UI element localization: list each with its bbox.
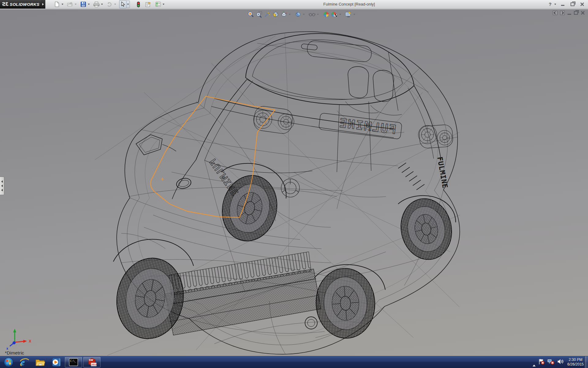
- zoom-to-fit-button[interactable]: [247, 10, 254, 18]
- taskbar-solidworks-button[interactable]: SW 2015: [83, 357, 100, 367]
- new-dropdown[interactable]: [61, 1, 64, 8]
- splitter-arrow-icon: [1, 185, 3, 187]
- display-style-dropdown[interactable]: [302, 14, 305, 15]
- previous-view-icon: [264, 11, 271, 18]
- select-button[interactable]: [119, 0, 126, 8]
- help-dropdown[interactable]: [553, 1, 557, 8]
- select-dropdown[interactable]: [126, 1, 130, 8]
- options-checklist-icon: [155, 1, 161, 7]
- graphics-viewport[interactable]: FULMINE FULMINE FULMINE: [0, 9, 588, 357]
- folder-icon: [35, 358, 46, 367]
- view-orientation-button[interactable]: [280, 10, 288, 18]
- wireframe-car-model[interactable]: FULMINE FULMINE FULMINE: [0, 0, 588, 357]
- volume-button[interactable]: [557, 358, 564, 366]
- view-settings-button[interactable]: [345, 10, 352, 18]
- previous-view-button[interactable]: [263, 10, 271, 18]
- sw-letters: SW: [89, 358, 93, 362]
- rebuild-button[interactable]: [135, 0, 142, 8]
- show-hidden-icons-button[interactable]: [533, 359, 536, 365]
- start-button[interactable]: [1, 356, 17, 368]
- restore-button[interactable]: [568, 2, 576, 7]
- doc-close-button[interactable]: [581, 11, 585, 15]
- view-settings-icon: [345, 11, 352, 18]
- document-window-controls: [553, 11, 585, 15]
- up-arrow-icon: [533, 359, 536, 366]
- print-button[interactable]: [93, 0, 100, 8]
- doc-close-icon: [581, 11, 585, 15]
- doc-minimize-button[interactable]: [567, 11, 571, 15]
- taskbar-cmd-button[interactable]: C:\_: [65, 357, 82, 367]
- taskbar-ie-button[interactable]: e: [17, 356, 32, 368]
- apply-scene-button[interactable]: [330, 10, 338, 18]
- pillar-badge-text: FULMINE: [207, 157, 241, 198]
- open-button[interactable]: [66, 0, 74, 8]
- command-prompt-icon: C:\_: [69, 358, 78, 366]
- triad-x-label: X: [29, 339, 31, 343]
- taskbar-explorer-button[interactable]: [32, 356, 48, 368]
- new-button[interactable]: [53, 0, 61, 8]
- feature-panel-splitter-tab[interactable]: [0, 177, 4, 195]
- standard-toolbar: [53, 0, 165, 8]
- network-status-button[interactable]: [547, 358, 555, 366]
- display-style-button[interactable]: [294, 10, 302, 18]
- chassis-mesh: [165, 252, 321, 335]
- minimize-button[interactable]: [559, 2, 567, 7]
- view-orientation-label: *Dimetric: [5, 350, 24, 355]
- save-button[interactable]: [80, 0, 87, 8]
- title-bar: 3S SOLIDWORKS: [0, 0, 588, 9]
- taskbar-wmp-button[interactable]: [48, 356, 64, 368]
- show-desktop-button[interactable]: [584, 356, 588, 368]
- view-orientation-dropdown[interactable]: [288, 14, 291, 15]
- eyeglasses-icon: [308, 11, 316, 18]
- display-style-icon: [295, 11, 301, 18]
- section-view-button[interactable]: [272, 10, 279, 18]
- reference-triad: X: [4, 328, 32, 352]
- minimize-icon: [561, 5, 564, 6]
- options-button[interactable]: [154, 0, 162, 8]
- menu-flyout-button[interactable]: [41, 0, 45, 9]
- doc-restore-button[interactable]: [574, 11, 578, 15]
- zoom-to-area-button[interactable]: [255, 10, 263, 18]
- close-icon: [580, 2, 584, 6]
- options-dropdown[interactable]: [162, 1, 165, 8]
- open-folder-icon: [67, 1, 73, 7]
- internet-explorer-icon: e: [20, 357, 29, 367]
- window-controls: ?: [549, 0, 586, 8]
- save-dropdown[interactable]: [87, 1, 90, 8]
- restore-icon: [571, 2, 575, 6]
- undo-dropdown[interactable]: [113, 1, 117, 8]
- selection-marker: [161, 178, 164, 181]
- undo-button[interactable]: [106, 0, 113, 8]
- print-dropdown[interactable]: [100, 1, 104, 8]
- view-settings-dropdown[interactable]: [353, 14, 356, 15]
- open-dropdown[interactable]: [74, 1, 77, 8]
- doc-minimize-icon: [567, 14, 571, 15]
- taskbar: e C:\_: [0, 356, 588, 368]
- doc-restore-icon: [574, 11, 578, 15]
- help-button[interactable]: ?: [549, 2, 552, 7]
- sw-year: 2015: [91, 363, 97, 366]
- action-center-button[interactable]: [538, 358, 545, 366]
- headsup-view-toolbar: [247, 10, 356, 18]
- taskbar-clock[interactable]: 2:30 PM 6/26/2015: [567, 358, 584, 367]
- zoom-to-fit-icon: [247, 11, 254, 18]
- apply-scene-dropdown[interactable]: [339, 14, 341, 15]
- clock-date: 6/26/2015: [567, 362, 584, 367]
- window-title: Fulmine Concept [Read-only]: [288, 0, 410, 8]
- display-pane-toggle-button[interactable]: [560, 11, 565, 15]
- file-properties-button[interactable]: [145, 0, 152, 8]
- feature-pane-toggle-button[interactable]: [553, 11, 557, 15]
- hide-show-items-button[interactable]: [308, 10, 316, 18]
- close-button[interactable]: [578, 2, 586, 7]
- edit-appearance-button[interactable]: [322, 10, 330, 18]
- solidworks-logo[interactable]: 3S SOLIDWORKS: [0, 0, 41, 9]
- print-icon: [93, 1, 100, 7]
- cmd-prompt-text: C:\_: [70, 360, 76, 362]
- appearance-ball-icon: [323, 11, 330, 18]
- wheel-rear-right[interactable]: [314, 266, 377, 340]
- hide-show-dropdown[interactable]: [316, 14, 319, 15]
- network-disconnected-icon: [547, 358, 555, 365]
- view-orientation-icon: [281, 11, 287, 18]
- pane-left-arrow-icon: [553, 11, 557, 15]
- pane-right-arrow-icon: [560, 11, 565, 15]
